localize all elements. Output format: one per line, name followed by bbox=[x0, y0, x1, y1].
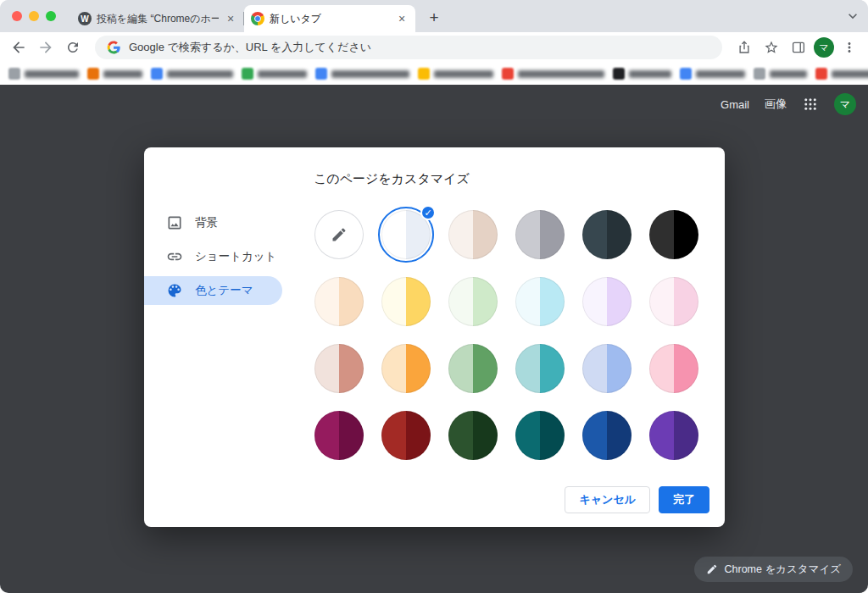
bookmark-label-blurred bbox=[518, 70, 604, 78]
bookmark-item[interactable] bbox=[680, 68, 745, 80]
bookmark-item[interactable] bbox=[87, 68, 142, 80]
images-link[interactable]: 画像 bbox=[765, 97, 787, 112]
color-swatch-yellow[interactable] bbox=[381, 277, 431, 326]
color-swatch-custom[interactable] bbox=[314, 210, 364, 259]
bookmark-label-blurred bbox=[258, 70, 307, 78]
selected-check-badge: ✓ bbox=[420, 205, 436, 220]
browser-window: W 投稿を編集 “Chromeのホーム画面 × 新しいタブ × + bbox=[0, 0, 868, 593]
bookmark-favicon bbox=[680, 68, 692, 80]
color-swatch-teal[interactable] bbox=[515, 344, 565, 393]
ntp-profile-avatar[interactable]: マ bbox=[834, 93, 856, 115]
sidebar-item-0[interactable]: 背景 bbox=[144, 208, 282, 237]
color-swatch-black[interactable] bbox=[649, 210, 698, 259]
menu-dots-icon[interactable] bbox=[837, 36, 861, 59]
bookmark-favicon bbox=[754, 68, 765, 80]
tab-strip: W 投稿を編集 “Chromeのホーム画面 × 新しいタブ × + bbox=[0, 0, 868, 32]
bookmark-label-blurred bbox=[629, 70, 671, 78]
cancel-button[interactable]: キャンセル bbox=[565, 486, 650, 513]
pencil-icon bbox=[706, 563, 718, 575]
gmail-link[interactable]: Gmail bbox=[721, 98, 749, 111]
bookmark-label-blurred bbox=[103, 70, 142, 78]
bookmark-label-blurred bbox=[167, 70, 233, 78]
color-swatch-light-apricot[interactable] bbox=[314, 277, 364, 326]
zoom-window-button[interactable] bbox=[46, 11, 56, 21]
bookmarks-items bbox=[8, 68, 868, 80]
tab-close-icon[interactable]: × bbox=[224, 12, 237, 25]
tab-title: 新しいタブ bbox=[270, 12, 390, 26]
new-tab-page: Gmail 画像 マ Chrome をカスタマイズ このページをカスタマイズ 背… bbox=[0, 85, 868, 593]
color-swatch-dark-teal[interactable] bbox=[515, 411, 565, 460]
tab-new-tab[interactable]: 新しいタブ × bbox=[244, 5, 415, 32]
close-window-button[interactable] bbox=[12, 11, 22, 21]
sidebar-item-label: 色とテーマ bbox=[195, 283, 253, 298]
bookmark-favicon bbox=[315, 68, 327, 80]
color-swatch-orange[interactable] bbox=[381, 344, 431, 393]
color-swatch-purple[interactable] bbox=[649, 411, 698, 460]
bookmark-label-blurred bbox=[832, 70, 868, 78]
google-g-icon bbox=[107, 41, 120, 54]
side-panel-icon[interactable] bbox=[787, 36, 810, 59]
done-button[interactable]: 完了 bbox=[659, 486, 709, 513]
sidebar-item-2[interactable]: 色とテーマ bbox=[144, 276, 282, 305]
bookmark-favicon bbox=[502, 68, 514, 80]
bookmark-item[interactable] bbox=[754, 68, 807, 80]
bookmark-star-icon[interactable] bbox=[760, 36, 783, 59]
share-icon[interactable] bbox=[732, 36, 756, 59]
color-swatch-blue[interactable] bbox=[582, 344, 632, 393]
bookmarks-bar: » bbox=[0, 63, 868, 85]
reload-icon[interactable] bbox=[61, 36, 85, 59]
color-swatch-green[interactable] bbox=[448, 344, 498, 393]
new-tab-button[interactable]: + bbox=[424, 8, 444, 28]
bookmark-label-blurred bbox=[434, 70, 493, 78]
color-swatch-cool-grey[interactable] bbox=[515, 210, 565, 259]
color-swatch-dark-green[interactable] bbox=[448, 411, 498, 460]
tab-search-chevron-icon[interactable] bbox=[844, 8, 861, 25]
color-swatch-light-teal[interactable] bbox=[515, 277, 565, 326]
color-swatch-light-pink[interactable] bbox=[649, 277, 698, 326]
color-swatch-dark-magenta[interactable] bbox=[314, 411, 364, 460]
bookmark-item[interactable] bbox=[8, 68, 79, 80]
google-apps-icon[interactable] bbox=[802, 96, 819, 113]
back-icon[interactable] bbox=[7, 36, 31, 59]
color-swatch-dark-blue[interactable] bbox=[582, 411, 632, 460]
color-swatch-default[interactable]: ✓ bbox=[381, 210, 431, 259]
sidebar-item-1[interactable]: ショートカット bbox=[144, 242, 282, 271]
color-swatch-rose[interactable] bbox=[314, 344, 364, 393]
ntp-header: Gmail 画像 マ bbox=[721, 93, 856, 115]
color-swatch-warm-grey[interactable] bbox=[448, 210, 498, 259]
tab-wordpress[interactable]: W 投稿を編集 “Chromeのホーム画面 × bbox=[71, 5, 244, 32]
bookmark-item[interactable] bbox=[242, 68, 307, 80]
sidebar-item-label: ショートカット bbox=[195, 249, 276, 264]
bookmark-favicon bbox=[418, 68, 430, 80]
traffic-lights[interactable] bbox=[12, 11, 56, 21]
bookmark-item[interactable] bbox=[613, 68, 671, 80]
bookmark-item[interactable] bbox=[418, 68, 493, 80]
color-swatch-dark-red[interactable] bbox=[381, 411, 431, 460]
address-text: Google で検索するか、URL を入力してください bbox=[129, 40, 371, 55]
bookmark-label-blurred bbox=[331, 70, 409, 78]
forward-icon[interactable] bbox=[34, 36, 58, 59]
bookmark-item[interactable] bbox=[502, 68, 604, 80]
bookmark-favicon bbox=[815, 68, 827, 80]
minimize-window-button[interactable] bbox=[29, 11, 39, 21]
bookmark-label-blurred bbox=[770, 70, 807, 78]
dialog-title: このページをカスタマイズ bbox=[314, 171, 470, 187]
palette-icon bbox=[166, 282, 183, 299]
customize-chrome-button[interactable]: Chrome をカスタマイズ bbox=[694, 557, 853, 582]
image-icon bbox=[166, 214, 183, 231]
bookmark-item[interactable] bbox=[315, 68, 409, 80]
tab-title: 投稿を編集 “Chromeのホーム画面 bbox=[97, 12, 219, 26]
customize-chrome-label: Chrome をカスタマイズ bbox=[725, 563, 841, 577]
color-swatch-light-purple[interactable] bbox=[582, 277, 632, 326]
tab-close-icon[interactable]: × bbox=[395, 12, 409, 25]
color-swatch-light-green[interactable] bbox=[448, 277, 498, 326]
address-bar[interactable]: Google で検索するか、URL を入力してください bbox=[95, 36, 722, 59]
bookmark-favicon bbox=[613, 68, 625, 80]
bookmark-item[interactable] bbox=[151, 68, 233, 80]
bookmark-item[interactable] bbox=[815, 68, 868, 80]
color-swatch-pink[interactable] bbox=[649, 344, 698, 393]
profile-avatar[interactable]: マ bbox=[814, 37, 834, 58]
toolbar: Google で検索するか、URL を入力してください マ bbox=[0, 32, 868, 63]
bookmark-favicon bbox=[151, 68, 163, 80]
color-swatch-midnight-blue[interactable] bbox=[582, 210, 632, 259]
